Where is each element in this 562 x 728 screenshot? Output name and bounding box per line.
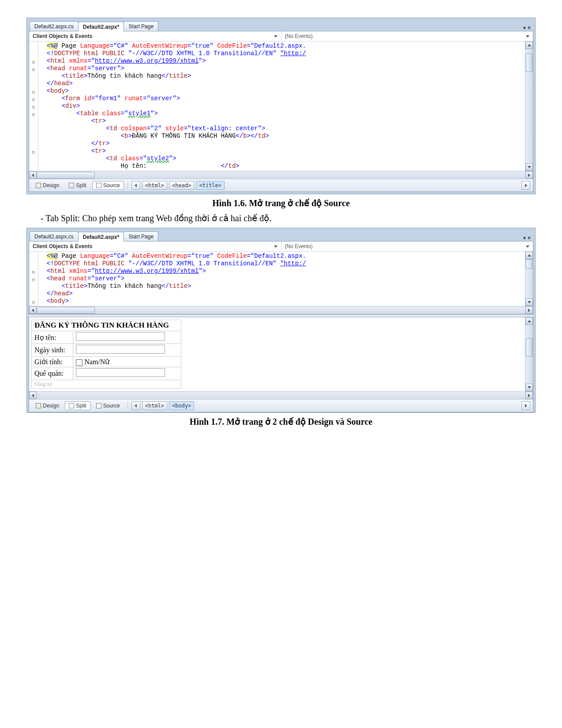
chevron-down-icon <box>274 35 277 38</box>
tab-strip: Default2.aspx.cs Default2.aspx* Start Pa… <box>27 18 535 31</box>
events-dropdown[interactable]: (No Events) <box>281 241 533 251</box>
chevron-down-icon <box>274 245 277 248</box>
breadcrumb-next-button[interactable] <box>521 401 530 410</box>
vertical-scrollbar[interactable] <box>525 41 533 171</box>
label-quequan: Quê quán: <box>32 367 73 380</box>
tab-start-page[interactable]: Start Page <box>124 21 158 31</box>
label-gioitinh: Giới tính: <box>32 357 73 367</box>
vertical-scrollbar[interactable] <box>525 317 533 391</box>
tab-default2-aspx[interactable]: Default2.aspx* <box>78 22 124 31</box>
client-objects-dropdown[interactable]: Client Objects & Events <box>29 241 281 251</box>
input-ngaysinh[interactable] <box>76 345 165 354</box>
breadcrumb-prev-button[interactable] <box>131 181 140 190</box>
close-icon[interactable]: × <box>528 25 531 31</box>
breadcrumb-title[interactable]: <title> <box>196 181 225 190</box>
design-tab[interactable]: Design <box>32 401 63 410</box>
chevron-down-icon <box>526 35 529 38</box>
label-hoten: Họ tên: <box>32 331 73 344</box>
source-tab[interactable]: Source <box>92 181 124 190</box>
split-handle[interactable] <box>29 314 533 317</box>
dropdown-label: (No Events) <box>285 243 313 249</box>
source-code[interactable]: <%@ Page Language="C#" AutoEventWireup="… <box>38 252 525 306</box>
tab-overflow-icon[interactable]: ▾ <box>523 25 526 31</box>
design-pane: ĐĂNG KÝ THÔNG TIN KHÁCH HÀNG Họ tên: Ngà… <box>29 317 533 412</box>
horizontal-scrollbar[interactable] <box>29 391 533 399</box>
close-icon[interactable]: × <box>528 235 531 241</box>
view-mode-bar: Design Split Source <html> <body> <box>29 399 533 412</box>
client-objects-dropdown[interactable]: Client Objects & Events <box>29 31 281 41</box>
input-hoten[interactable] <box>76 332 165 341</box>
tab-start-page[interactable]: Start Page <box>124 231 158 241</box>
dropdown-label: (No Events) <box>285 33 313 39</box>
split-view-screenshot: Default2.aspx.cs Default2.aspx* Start Pa… <box>26 228 536 413</box>
checkbox-gioitinh[interactable] <box>76 359 82 366</box>
body-text: - Tab Split: Cho phép xem trang Web đồng… <box>41 213 536 223</box>
form-header: ĐĂNG KÝ THÔNG TIN KHÁCH HÀNG <box>32 320 181 331</box>
figure-caption-2: Hình 1.7. Mở trang ở 2 chế độ Design và … <box>26 416 536 427</box>
chevron-down-icon <box>526 245 529 248</box>
source-code[interactable]: <%@ Page Language="C#" AutoEventWireup="… <box>38 41 525 171</box>
design-tab[interactable]: Design <box>32 181 63 190</box>
tab-default2-cs[interactable]: Default2.aspx.cs <box>30 231 79 241</box>
tab-default2-cs[interactable]: Default2.aspx.cs <box>30 21 79 31</box>
dropdown-label: Client Objects & Events <box>33 33 92 39</box>
breadcrumb-body[interactable]: <body> <box>169 401 194 410</box>
breadcrumb-html[interactable]: <html> <box>142 401 167 410</box>
vertical-scrollbar[interactable] <box>525 252 533 306</box>
breadcrumb-head[interactable]: <head> <box>169 181 194 190</box>
split-tab[interactable]: Split <box>65 401 90 410</box>
split-tab[interactable]: Split <box>65 181 90 190</box>
tab-strip: Default2.aspx.cs Default2.aspx* Start Pa… <box>27 228 535 241</box>
horizontal-scrollbar[interactable] <box>29 171 533 179</box>
object-event-dropdowns: Client Objects & Events (No Events) <box>29 31 533 41</box>
label-ngaysinh: Ngày sinh: <box>32 344 73 357</box>
figure-caption-1: Hình 1.6. Mở trang ở chế độ Source <box>26 198 536 208</box>
breadcrumb-next-button[interactable] <box>521 181 530 190</box>
code-gutter: ⊟⊟ ⊟ <box>29 252 38 306</box>
source-view-screenshot: Default2.aspx.cs Default2.aspx* Start Pa… <box>26 18 536 194</box>
label-namnu: Nam/Nữ <box>84 358 109 366</box>
design-form-table[interactable]: ĐĂNG KÝ THÔNG TIN KHÁCH HÀNG Họ tên: Ngà… <box>31 320 181 389</box>
breadcrumb-prev-button[interactable] <box>131 401 140 410</box>
events-dropdown[interactable]: (No Events) <box>281 31 533 41</box>
horizontal-scrollbar[interactable] <box>29 306 533 314</box>
dropdown-label: Client Objects & Events <box>33 243 92 249</box>
tab-overflow-icon[interactable]: ▾ <box>523 235 526 241</box>
source-tab[interactable]: Source <box>92 401 124 410</box>
code-gutter: ⊟⊟ ⊟⊟ ⊟⊟ ⊟ <box>29 41 38 171</box>
input-quequan[interactable] <box>76 368 165 377</box>
view-mode-bar: Design Split Source <html> <head> <title… <box>29 179 533 192</box>
tab-default2-aspx[interactable]: Default2.aspx* <box>78 232 124 241</box>
breadcrumb-html[interactable]: <html> <box>142 181 167 190</box>
label-dangky: Đăng ký <box>32 380 181 389</box>
